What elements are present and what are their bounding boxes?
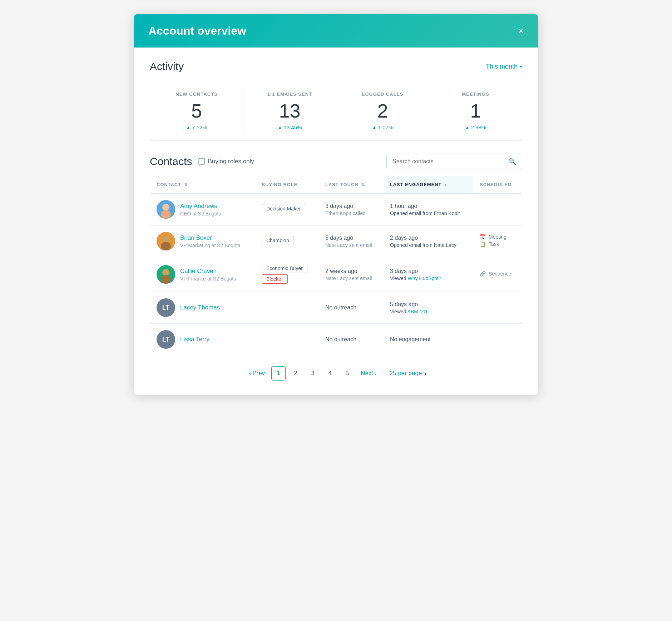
up-arrow-icon-3: ▲ [465,125,470,130]
contacts-title-row: Contacts Buying roles only [150,155,254,168]
col-buying-role: BUYING ROLE [255,176,319,194]
buying-role-cell-callie: Economic BuyerBlocker [255,257,319,292]
contact-name-amy[interactable]: Amy Andrews [180,203,221,210]
contact-cell-lacey: LT Lacey Thomas [150,292,255,324]
scheduled-cell-lissa [473,324,522,356]
contacts-section-header: Contacts Buying roles only 🔍 [150,154,522,169]
svg-point-7 [162,269,169,276]
last-touch-time-amy: 3 days ago [325,203,377,209]
engagement-desc-brian: Opened email from Nate Lacy [390,242,467,248]
page-1-button[interactable]: 1 [271,366,286,381]
role-badge-decision-maker: Decision Maker [262,204,305,213]
scheduled-icon-sequence: 🔗 [480,271,486,277]
activity-card: NEW CONTACTS 5 ▲ 7.12% 1:1 EMAILS SENT 1… [150,79,522,141]
engagement-time-lacey: 5 days ago [390,301,467,308]
contact-subtitle-brian: VP Marketing at S2 Bogota [180,243,241,248]
last-touch-cell-lissa: No outreach [319,324,384,356]
role-badge-economic-buyer: Economic Buyer [262,264,307,273]
per-page-select[interactable]: 25 per page ▾ [390,370,427,377]
svg-point-5 [161,242,171,250]
scheduled-label-sequence: Sequence [489,271,511,277]
avatar-lacey: LT [157,298,175,317]
contact-name-lissa[interactable]: Lissa Terry [180,336,209,343]
contact-name-callie[interactable]: Callie Craven [180,268,236,275]
per-page-label: 25 per page [390,370,422,377]
scheduled-item-meeting: 📅Meeting [480,234,515,240]
activity-change-pct-3: 2.98% [471,124,486,130]
contact-name-brian[interactable]: Brian Boxer [180,234,241,242]
pagination: ‹ Prev 1 2 3 4 5 Next › 25 per page ▾ [150,356,522,384]
contact-name-lacey[interactable]: Lacey Thomas [180,304,220,311]
last-engagement-cell-brian: 2 days ago Opened email from Nate Lacy [384,225,473,257]
next-chevron-icon: › [375,370,377,377]
page-3-button[interactable]: 3 [306,366,320,381]
next-button[interactable]: Next › [357,367,380,380]
prev-button[interactable]: ‹ Prev [245,367,268,380]
col-last-touch[interactable]: LAST TOUCH ⇅ [319,176,384,194]
buying-roles-checkbox-label[interactable]: Buying roles only [198,158,254,165]
last-engagement-cell-callie: 3 days ago Viewed Why HubSpot? [384,257,473,292]
table-row: LT Lissa Terry No outreach No engagement [150,324,522,356]
search-box[interactable]: 🔍 [386,154,522,169]
activity-value-1: 13 [249,100,330,121]
scheduled-item-task: 📋Task [480,241,515,247]
contact-sort-icon: ⇅ [184,183,188,187]
role-badge-champion: Champion [262,236,294,245]
engagement-desc-amy: Opened email from Ethan Kopit [390,210,467,216]
last-touch-cell-lacey: No outreach [319,292,384,324]
table-header: CONTACT ⇅ BUYING ROLE LAST TOUCH ⇅ LAST … [150,176,522,194]
table-row: Brian Boxer VP Marketing at S2 Bogota Ch… [150,225,522,257]
activity-label-1: 1:1 EMAILS SENT [249,91,330,97]
last-touch-time-lacey: No outreach [325,304,377,311]
activity-metric-2: LOGGED CALLS 2 ▲ 1.07% [336,88,429,134]
next-label: Next [361,370,373,377]
activity-label-3: MEETINGS [435,91,516,97]
scheduled-label-task: Task [489,241,499,247]
activity-change-pct-1: 13.45% [284,124,302,130]
up-arrow-icon-2: ▲ [372,125,377,130]
engagement-link-lacey[interactable]: ABM 101 [407,309,428,314]
brian-avatar [157,232,175,250]
engagement-link-callie[interactable]: Why HubSpot? [407,275,441,281]
buying-role-cell-amy: Decision Maker [255,193,319,225]
scheduled-icon-task: 📋 [480,241,486,247]
modal-header: Account overview × [134,14,538,48]
activity-value-0: 5 [156,100,237,121]
activity-change-0: ▲ 7.12% [156,124,237,130]
scheduled-item-sequence: 🔗Sequence [480,271,515,277]
col-last-engagement[interactable]: LAST ENGAGEMENT ↓ [384,176,473,194]
modal-title: Account overview [148,24,246,38]
search-input[interactable] [392,158,505,165]
last-touch-sort-icon: ⇅ [361,183,365,187]
table-row: Callie Craven VP Finance at S2 Bogota Ec… [150,257,522,292]
buying-roles-checkbox[interactable] [198,158,205,165]
engagement-desc-callie: Viewed Why HubSpot? [390,275,467,281]
activity-value-2: 2 [342,100,423,121]
col-contact[interactable]: CONTACT ⇅ [150,176,255,194]
activity-filter-button[interactable]: This month ▾ [486,63,522,70]
page-5-button[interactable]: 5 [340,366,354,381]
filter-label: This month [486,63,518,70]
up-arrow-icon-0: ▲ [186,125,191,130]
svg-point-8 [161,275,171,284]
page-4-button[interactable]: 4 [323,366,337,381]
last-touch-cell-amy: 3 days ago Ethan Kopit called [319,193,384,225]
contact-cell-callie: Callie Craven VP Finance at S2 Bogota [150,257,255,292]
buying-role-cell-brian: Champion [255,225,319,257]
engagement-time-lissa: No engagement [390,336,467,343]
role-badge-blocker: Blocker [262,274,288,284]
table-row: LT Lacey Thomas No outreach 5 days ago V… [150,292,522,324]
prev-chevron-icon: ‹ [249,370,251,377]
scheduled-cell-brian: 📅Meeting📋Task [473,225,522,257]
last-engagement-cell-lissa: No engagement [384,324,473,356]
table-row: Amy Andrews CEO at S2 Bogota Decision Ma… [150,193,522,225]
last-engagement-sort-icon: ↓ [445,183,447,187]
close-icon[interactable]: × [518,26,524,36]
contact-cell-brian: Brian Boxer VP Marketing at S2 Bogota [150,225,255,257]
activity-title: Activity [150,60,184,73]
contacts-table: CONTACT ⇅ BUYING ROLE LAST TOUCH ⇅ LAST … [150,176,522,356]
page-2-button[interactable]: 2 [288,366,303,381]
prev-label: Prev [252,370,265,377]
filter-caret-icon: ▾ [520,64,522,69]
scheduled-cell-callie: 🔗Sequence [473,257,522,292]
